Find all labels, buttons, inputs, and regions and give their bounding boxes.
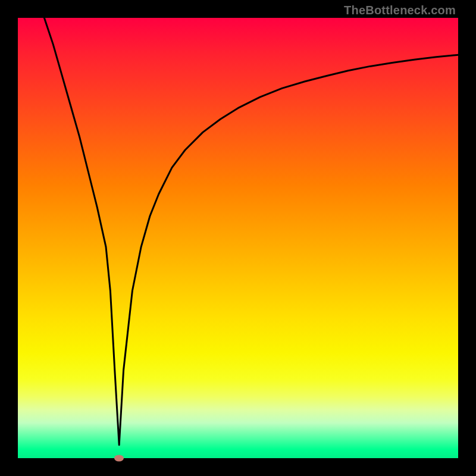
plot-area	[18, 18, 458, 458]
watermark-text: TheBottleneck.com	[344, 4, 456, 17]
minimum-marker	[114, 455, 124, 462]
curve-svg	[18, 18, 458, 458]
bottleneck-curve	[44, 18, 458, 445]
chart-frame: TheBottleneck.com	[0, 0, 476, 476]
